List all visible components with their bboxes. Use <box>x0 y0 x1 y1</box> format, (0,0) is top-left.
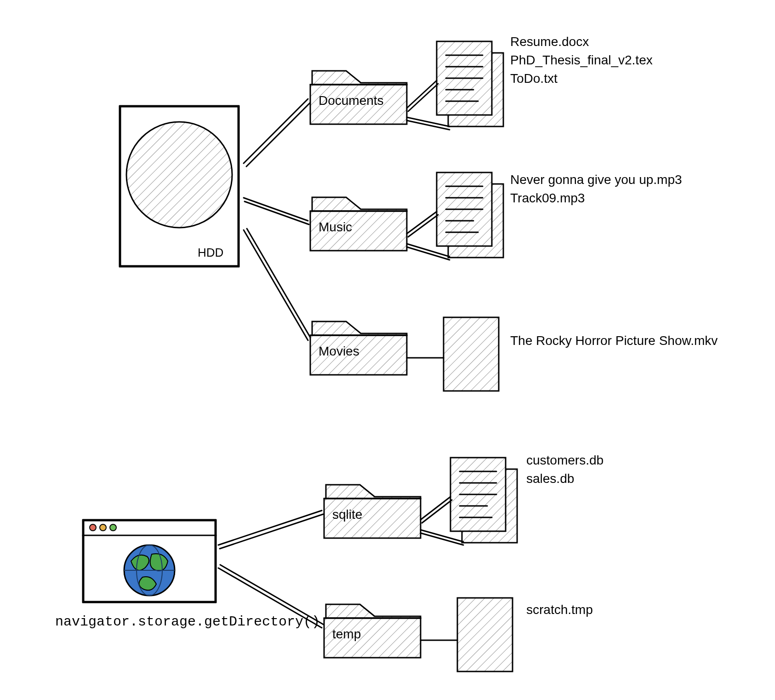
folder-sqlite: sqlite <box>324 485 421 538</box>
browser-connectors <box>218 511 324 628</box>
svg-point-30 <box>90 524 96 531</box>
hdd-icon: HDD <box>120 106 239 267</box>
file-name: scratch.tmp <box>526 602 593 617</box>
svg-line-41 <box>421 497 450 520</box>
folder-temp: temp <box>324 604 421 658</box>
folder-label: Movies <box>319 344 359 358</box>
file-name: PhD_Thesis_final_v2.tex <box>510 53 653 67</box>
svg-line-42 <box>422 500 452 523</box>
folder-label: Music <box>319 220 352 234</box>
svg-line-12 <box>244 99 308 163</box>
svg-line-14 <box>244 198 308 221</box>
documents-file-stack <box>437 41 503 126</box>
browser-window-icon <box>83 520 216 602</box>
sqlite-file-stack <box>450 458 517 543</box>
folder-movies: Movies <box>310 321 407 375</box>
folder-label: sqlite <box>332 507 362 522</box>
globe-icon <box>124 545 175 596</box>
svg-point-31 <box>100 524 106 531</box>
file-name: sales.db <box>526 471 574 486</box>
folder-label: Documents <box>319 93 384 108</box>
svg-line-44 <box>421 533 463 545</box>
svg-line-16 <box>244 230 308 340</box>
sqlite-file-list: customers.db sales.db <box>526 453 604 486</box>
svg-point-11 <box>126 122 232 228</box>
hdd-label: HDD <box>198 246 223 259</box>
svg-line-19 <box>408 84 438 111</box>
svg-line-23 <box>408 215 438 237</box>
file-name: The Rocky Horror Picture Show.mkv <box>510 333 718 348</box>
file-name: ToDo.txt <box>510 71 558 86</box>
movies-file-stack <box>444 317 499 391</box>
folder-documents: Documents <box>310 71 407 124</box>
svg-line-17 <box>247 229 311 339</box>
music-file-stack <box>437 172 503 258</box>
documents-file-list: Resume.docx PhD_Thesis_final_v2.tex ToDo… <box>510 34 653 86</box>
browser-api-label: navigator.storage.getDirectory() <box>55 614 320 630</box>
music-file-list: Never gonna give you up.mp3 Track09.mp3 <box>510 172 682 205</box>
svg-line-13 <box>246 102 311 166</box>
hdd-connectors <box>244 99 311 340</box>
file-name: Track09.mp3 <box>510 191 585 205</box>
svg-line-18 <box>407 80 437 108</box>
svg-line-38 <box>220 514 323 549</box>
svg-line-15 <box>245 201 309 224</box>
temp-file-stack <box>457 598 513 671</box>
temp-file-list: scratch.tmp <box>526 602 593 617</box>
svg-line-22 <box>407 212 437 234</box>
folder-label: temp <box>332 627 361 641</box>
filesystem-diagram: HDD Documents Resume.docx PhD_Thesis_fin… <box>0 0 775 700</box>
svg-line-37 <box>218 511 322 545</box>
folder-music: Music <box>310 197 407 251</box>
file-name: Resume.docx <box>510 34 589 49</box>
movies-file-list: The Rocky Horror Picture Show.mkv <box>510 333 718 348</box>
svg-line-25 <box>407 247 450 260</box>
file-name: Never gonna give you up.mp3 <box>510 172 682 187</box>
file-name: customers.db <box>526 453 604 467</box>
svg-point-32 <box>110 524 116 531</box>
